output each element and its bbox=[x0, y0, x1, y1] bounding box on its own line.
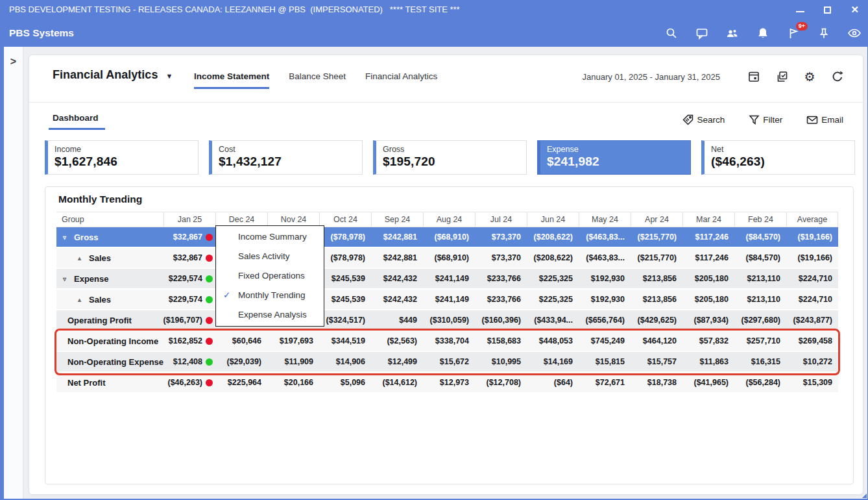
bell-icon[interactable] bbox=[756, 26, 770, 40]
table-row-non-operating-expenses[interactable]: Non-Operating Expenses$12,408($29,039)$1… bbox=[56, 352, 838, 373]
column-header-jul-24[interactable]: Jul 24 bbox=[475, 212, 527, 227]
column-header-dec-24[interactable]: Dec 24 bbox=[215, 212, 267, 227]
cell-value: $32,867 bbox=[163, 253, 215, 262]
summary-card-expense[interactable]: Expense$241,982 bbox=[537, 140, 691, 175]
resize-grip[interactable] bbox=[862, 494, 867, 498]
gear-icon[interactable]: ⚙ bbox=[802, 69, 817, 84]
column-header-jun-24[interactable]: Jun 24 bbox=[527, 212, 579, 227]
column-header-may-24[interactable]: May 24 bbox=[579, 212, 631, 227]
row-label: Non-Operating Income bbox=[67, 336, 158, 346]
cell-value: ($215,770) bbox=[631, 232, 682, 242]
context-menu: Income SummarySales ActivityFixed Operat… bbox=[215, 225, 324, 327]
row-group-cell: ▴Sales bbox=[56, 253, 163, 263]
toolbar-actions: Search Filter Email bbox=[682, 114, 843, 126]
column-header-jan-25[interactable]: Jan 25 bbox=[163, 212, 215, 227]
menu-item-label: Fixed Operations bbox=[238, 271, 305, 281]
people-icon[interactable] bbox=[725, 26, 740, 40]
card-label: Cost bbox=[219, 145, 362, 154]
collapse-icon[interactable]: ▿ bbox=[63, 234, 73, 241]
column-header-average[interactable]: Average bbox=[786, 212, 838, 227]
column-header-feb-24[interactable]: Feb 24 bbox=[734, 212, 786, 227]
eye-icon[interactable] bbox=[847, 26, 862, 40]
checklist-icon[interactable] bbox=[775, 69, 789, 84]
cell-amount: $162,852 bbox=[169, 336, 202, 345]
cell-value: ($87,934) bbox=[682, 316, 734, 325]
row-group-cell: Net Profit bbox=[56, 378, 163, 388]
cell-amount: ($46,263) bbox=[167, 378, 202, 387]
cell-value: $225,325 bbox=[527, 295, 579, 304]
summary-card-income[interactable]: Income$1,627,846 bbox=[45, 140, 199, 175]
header-right: January 01, 2025 - January 31, 2025 ⚙ bbox=[583, 69, 845, 84]
column-header-mar-24[interactable]: Mar 24 bbox=[682, 212, 734, 227]
column-header-group[interactable]: Group bbox=[56, 212, 163, 227]
flag-icon[interactable]: 9+ bbox=[786, 26, 801, 40]
menu-item-fixed-operations[interactable]: Fixed Operations bbox=[216, 266, 324, 286]
titlebar: PBS DEVELOPMENT TESTING - RELEASES CANAD… bbox=[0, 0, 868, 19]
search-icon[interactable] bbox=[664, 26, 679, 40]
table-row-gross[interactable]: ▿Gross$32,867($78,978)$242,881($68,910)$… bbox=[56, 227, 838, 248]
tab-balance-sheet[interactable]: Balance Sheet bbox=[289, 71, 346, 89]
tab-financial-analytics[interactable]: Financial Analytics bbox=[365, 71, 437, 89]
cell-value: ($78,978) bbox=[319, 232, 371, 242]
cell-value: $242,432 bbox=[371, 295, 423, 304]
minimize-button[interactable] bbox=[796, 11, 804, 12]
cell-value: ($160,396) bbox=[475, 316, 527, 325]
cell-value: ($196,707) bbox=[163, 316, 215, 325]
check-icon: ✓ bbox=[223, 286, 230, 305]
cell-value: $11,863 bbox=[682, 357, 734, 366]
table-row-sales[interactable]: ▴Sales$32,867($78,978)$242,881($68,910)$… bbox=[56, 248, 838, 269]
close-button[interactable]: ✕ bbox=[850, 0, 859, 19]
column-header-apr-24[interactable]: Apr 24 bbox=[631, 212, 682, 227]
cell-value: $269,458 bbox=[786, 336, 838, 345]
cell-value: ($41,965) bbox=[682, 378, 734, 387]
tab-income-statement[interactable]: Income Statement bbox=[194, 71, 269, 89]
app-window: PBS DEVELOPMENT TESTING - RELEASES CANAD… bbox=[0, 0, 868, 500]
table-row-net-profit[interactable]: Net Profit($46,263)$225,964$20,166$5,096… bbox=[56, 373, 838, 394]
column-header-oct-24[interactable]: Oct 24 bbox=[319, 212, 371, 227]
window-controls: ✕ bbox=[796, 0, 859, 19]
summary-card-cost[interactable]: Cost$1,432,127 bbox=[209, 140, 363, 175]
cell-value: $213,856 bbox=[631, 274, 682, 283]
date-range: January 01, 2025 - January 31, 2025 bbox=[583, 72, 720, 82]
cell-value: $18,738 bbox=[631, 378, 682, 387]
summary-card-net[interactable]: Net($46,263) bbox=[701, 140, 855, 175]
row-group-cell: Operating Profit bbox=[56, 316, 163, 325]
expand-sidebar-icon[interactable]: > bbox=[4, 56, 23, 68]
collapsed-icon[interactable]: ▴ bbox=[78, 255, 88, 262]
cell-value: $117,246 bbox=[682, 253, 734, 262]
monthly-trending-panel: Monthly Trending GroupJan 25Dec 24Nov 24… bbox=[45, 186, 854, 484]
menu-item-expense-analysis[interactable]: Expense Analysis bbox=[216, 305, 324, 325]
cell-value: ($84,570) bbox=[734, 232, 786, 242]
column-header-nov-24[interactable]: Nov 24 bbox=[267, 212, 319, 227]
email-action[interactable]: Email bbox=[806, 114, 843, 126]
search-action[interactable]: Search bbox=[682, 114, 725, 126]
row-label: Net Profit bbox=[67, 378, 106, 388]
chat-icon[interactable] bbox=[695, 26, 709, 40]
calendar-icon[interactable] bbox=[747, 69, 761, 84]
maximize-button[interactable] bbox=[824, 6, 831, 14]
collapse-icon[interactable]: ▿ bbox=[63, 275, 73, 282]
table-row-sales[interactable]: ▴Sales$229,574$245,539$242,432$241,149$2… bbox=[56, 290, 838, 310]
report-selector[interactable]: Financial Analytics ▼ bbox=[53, 68, 173, 82]
summary-card-gross[interactable]: Gross$195,720 bbox=[373, 140, 527, 175]
header-divider bbox=[29, 102, 863, 103]
column-header-aug-24[interactable]: Aug 24 bbox=[423, 212, 475, 227]
pin-icon[interactable] bbox=[817, 26, 831, 40]
appbar-icons: 9+ bbox=[664, 19, 862, 47]
tab-dashboard[interactable]: Dashboard bbox=[49, 113, 105, 130]
menu-item-label: Monthly Trending bbox=[238, 290, 306, 300]
cell-value: ($463,83... bbox=[579, 232, 631, 242]
cell-value: $72,671 bbox=[579, 378, 631, 387]
table-row-non-operating-income[interactable]: Non-Operating Income$162,852$60,646$197,… bbox=[56, 331, 838, 352]
menu-item-sales-activity[interactable]: Sales Activity bbox=[216, 247, 324, 266]
filter-action[interactable]: Filter bbox=[748, 114, 782, 126]
cell-value: $10,995 bbox=[475, 357, 527, 366]
table-row-expense[interactable]: ▿Expense$229,574$245,539$242,432$241,149… bbox=[56, 269, 838, 290]
column-header-sep-24[interactable]: Sep 24 bbox=[371, 212, 423, 227]
cell-value: ($56,284) bbox=[734, 378, 786, 387]
menu-item-monthly-trending[interactable]: ✓Monthly Trending bbox=[216, 286, 324, 305]
refresh-icon[interactable] bbox=[830, 69, 845, 84]
table-row-operating-profit[interactable]: Operating Profit($196,707)($324,517)$449… bbox=[56, 310, 838, 331]
collapsed-icon[interactable]: ▴ bbox=[78, 296, 88, 303]
menu-item-income-summary[interactable]: Income Summary bbox=[216, 227, 324, 247]
